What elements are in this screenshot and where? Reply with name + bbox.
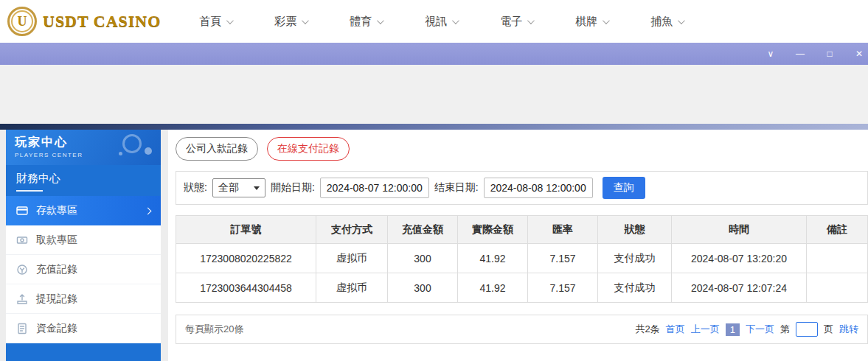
record-tabs: 公司入款記錄 在線支付記錄 [176, 137, 868, 161]
cell-pay-method: 虚拟币 [316, 244, 388, 273]
start-date-value: 2024-08-07 12:00:00 [327, 182, 423, 194]
cell-rate: 7.157 [528, 244, 598, 273]
nav-label: 視訊 [425, 15, 447, 29]
minimize-icon[interactable]: — [794, 49, 806, 59]
sidebar-item-label: 存款專區 [36, 204, 77, 217]
tab-company-deposit-record[interactable]: 公司入款記錄 [176, 137, 258, 161]
nav-item-sports[interactable]: 體育 [350, 15, 382, 29]
chevron-down-icon [226, 17, 234, 24]
sidebar-item-label: 提現記錄 [36, 292, 77, 306]
pagination-bar: 每頁顯示20條 共2条 首页 上一页 1 下一页 第 页 跳转 [176, 315, 868, 344]
recharge-record-icon [16, 264, 28, 276]
nav-item-home[interactable]: 首頁 [199, 15, 232, 29]
tab-online-payment-record[interactable]: 在線支付記錄 [267, 137, 350, 161]
sidebar-section-title: 財務中心 [6, 165, 161, 196]
end-date-label: 结束日期: [434, 181, 479, 194]
table-row: 1723003644304458 虚拟币 300 41.92 7.157 支付成… [176, 273, 868, 303]
query-button[interactable]: 查詢 [603, 177, 645, 199]
funds-record-icon [16, 323, 28, 334]
jump-button[interactable]: 跳转 [839, 323, 858, 336]
col-remark: 備註 [807, 216, 868, 244]
withdraw-icon [16, 234, 28, 246]
sidebar-item-cashout-record[interactable]: 提現記錄 [6, 284, 161, 314]
current-page-badge: 1 [726, 323, 740, 336]
decor-dot [145, 147, 152, 155]
chevron-down-icon [527, 17, 535, 24]
col-pay-method: 支付方式 [316, 216, 388, 244]
cell-actual-amount: 41.92 [458, 273, 528, 303]
sidebar-item-label: 充值記錄 [36, 263, 77, 276]
chevron-down-icon [678, 17, 685, 24]
nav-label: 捕魚 [650, 15, 673, 29]
jump-prefix: 第 [780, 323, 790, 336]
close-icon[interactable]: ✕ [853, 49, 865, 59]
sidebar-item-recharge-record[interactable]: 充值記錄 [6, 255, 161, 284]
deposit-card-icon [16, 205, 28, 217]
cell-pay-method: 虚拟币 [316, 273, 388, 303]
main-nav: 首頁 彩票 體育 視訊 電子 棋牌 捕魚 [199, 15, 683, 29]
records-table: 訂單號 支付方式 充值金額 實際金額 匯率 狀態 時間 備註 172300802… [176, 215, 868, 303]
col-recharge-amount: 充值金額 [388, 216, 458, 244]
records-content: 公司入款記錄 在線支付記錄 狀態: 全部 開始日期: 2024-08-07 12… [168, 130, 868, 361]
cell-rate: 7.157 [528, 273, 598, 303]
sidebar-item-deposit[interactable]: 存款專區 [6, 196, 161, 225]
nav-label: 電子 [500, 15, 522, 29]
col-order-no: 訂單號 [176, 216, 316, 244]
cell-recharge-amount: 300 [388, 244, 458, 273]
col-time: 時間 [672, 216, 807, 244]
start-date-input[interactable]: 2024-08-07 12:00:00 [320, 178, 429, 198]
cell-time: 2024-08-07 13:20:20 [672, 244, 807, 273]
sidebar-item-funds-record[interactable]: 資金記錄 [6, 314, 161, 343]
decor-dot [119, 152, 122, 155]
cell-order-no: 1723003644304458 [176, 273, 316, 303]
nav-label: 彩票 [274, 15, 296, 29]
nav-item-fishing[interactable]: 捕魚 [650, 15, 683, 29]
nav-item-lottery[interactable]: 彩票 [274, 15, 307, 29]
maximize-icon[interactable]: □ [824, 49, 836, 59]
jump-page-input[interactable] [796, 322, 818, 337]
cashout-record-icon [16, 293, 28, 305]
section-underline [16, 190, 43, 192]
next-page-link[interactable]: 下一页 [746, 323, 774, 336]
prev-page-link[interactable]: 上一页 [691, 323, 720, 336]
select-arrow-icon [254, 186, 260, 190]
sidebar-item-withdraw[interactable]: 取款專區 [6, 225, 161, 255]
cell-actual-amount: 41.92 [458, 244, 528, 273]
chevron-down-icon [302, 17, 309, 24]
end-date-input[interactable]: 2024-08-08 12:00:00 [484, 178, 593, 198]
main-area: 玩家中心 PLAYERS CENTER 財務中心 存款專區 取款專區 [0, 130, 868, 361]
chevron-down-icon [603, 17, 610, 24]
start-date-label: 開始日期: [271, 181, 315, 194]
sidebar-item-label: 取款專區 [36, 234, 77, 247]
total-count: 共2条 [636, 323, 660, 336]
brand-logo[interactable]: U USDT CASINO [7, 7, 161, 36]
top-navbar: U USDT CASINO 首頁 彩票 體育 視訊 電子 棋牌 捕魚 [0, 0, 868, 43]
cell-remark [807, 244, 868, 273]
nav-item-cards[interactable]: 棋牌 [575, 15, 608, 29]
status-select[interactable]: 全部 [212, 178, 265, 197]
nav-label: 棋牌 [575, 15, 597, 29]
sidebar-item-label: 資金記錄 [36, 322, 77, 335]
sidebar-fill [6, 343, 161, 361]
table-row: 1723008020225822 虚拟币 300 41.92 7.157 支付成… [176, 244, 868, 273]
divider [0, 124, 868, 130]
sidebar-header: 玩家中心 PLAYERS CENTER [6, 130, 161, 165]
chevron-right-icon [145, 207, 152, 214]
cell-recharge-amount: 300 [388, 273, 458, 303]
spacer [0, 65, 868, 124]
cell-order-no: 1723008020225822 [176, 244, 316, 273]
chevron-down-icon [377, 17, 384, 24]
filter-bar: 狀態: 全部 開始日期: 2024-08-07 12:00:00 结束日期: 2… [176, 171, 868, 205]
first-page-link[interactable]: 首页 [666, 323, 685, 336]
nav-item-live[interactable]: 視訊 [425, 15, 457, 29]
cell-time: 2024-08-07 12:07:24 [672, 273, 807, 303]
cell-status: 支付成功 [598, 273, 672, 303]
window-title-bar: ∨ — □ ✕ [0, 43, 868, 65]
col-rate: 匯率 [528, 216, 598, 244]
col-actual-amount: 實際金額 [458, 216, 528, 244]
status-value: 全部 [218, 181, 239, 194]
section-label: 財務中心 [16, 172, 60, 184]
table-header-row: 訂單號 支付方式 充值金額 實際金額 匯率 狀態 時間 備註 [176, 216, 868, 244]
chevron-down-icon[interactable]: ∨ [765, 49, 777, 59]
nav-item-slots[interactable]: 電子 [500, 15, 532, 29]
